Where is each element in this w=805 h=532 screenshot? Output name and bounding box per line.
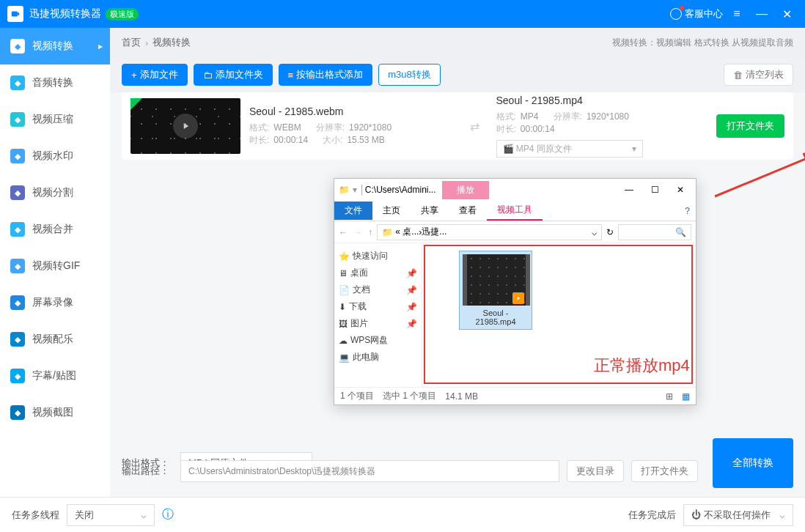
clear-list-button[interactable]: 🗑清空列表 (724, 64, 793, 86)
after-label: 任务完成后 (628, 509, 676, 522)
tree-item[interactable]: 🖥桌面📌 (339, 265, 417, 281)
file-item[interactable]: Seoul - 21985.mp4 (459, 251, 532, 330)
chevron-down-icon: ▾ (632, 144, 636, 154)
explorer-play-tab[interactable]: 播放 (442, 181, 489, 199)
up-button[interactable]: ↑ (368, 227, 372, 237)
convert-all-button[interactable]: 全部转换 (713, 438, 793, 488)
explorer-statusbar: 1 个项目 选中 1 个项目 14.1 MB ⊞ ▦ (334, 387, 696, 404)
refresh-button[interactable]: ↻ (606, 227, 614, 237)
open-folder-button[interactable]: 打开文件夹 (716, 114, 784, 138)
change-dir-button[interactable]: 更改目录 (567, 460, 624, 482)
nav-icon: ◆ (10, 185, 25, 200)
nav-icon: ◆ (10, 112, 25, 127)
sidebar: ◆视频转换◆音频转换◆视频压缩◆视频水印◆视频分割◆视频合并◆视频转GIF◆屏幕… (0, 28, 110, 497)
power-icon: ⏻ (691, 509, 701, 520)
sidebar-item-4[interactable]: ◆视频分割 (0, 174, 110, 211)
back-button[interactable]: ← (339, 227, 348, 237)
breadcrumb-home[interactable]: 首页 (122, 36, 141, 49)
tree-icon: 🖼 (339, 319, 348, 329)
tree-icon: 🖥 (339, 268, 348, 278)
svg-rect-0 (12, 12, 18, 17)
file-thumbnail (463, 254, 530, 306)
main-panel: 首页 › 视频转换 视频转换：视频编辑 格式转换 从视频提取音频 +添加文件 🗀… (110, 28, 805, 497)
app-title: 迅捷视频转换器 (29, 7, 101, 21)
video-icon: 🎬 (503, 144, 514, 154)
output-path-label: 输出路径： (122, 465, 173, 478)
plus-icon: + (131, 70, 137, 81)
output-format-dropdown[interactable]: 🎬 MP4 同原文件▾ (496, 140, 643, 158)
after-select[interactable]: ⏻ 不采取任何操作⌵ (683, 504, 793, 526)
m3u8-button[interactable]: m3u8转换 (378, 64, 441, 86)
sidebar-item-9[interactable]: ◆字幕/贴图 (0, 358, 110, 394)
tab-file[interactable]: 文件 (334, 202, 372, 220)
tree-icon: 💻 (339, 352, 350, 363)
explorer-minimize[interactable]: — (625, 185, 633, 195)
explorer-tree: ⭐快速访问🖥桌面📌📄文档📌⬇下载📌🖼图片📌☁WPS网盘💻此电脑 (334, 243, 422, 387)
video-thumbnail[interactable] (131, 98, 240, 154)
tree-item[interactable]: 💻此电脑 (339, 349, 417, 366)
output-settings: 输出格式： MP4 同原文件⌵ 全部转换 输出路径： C:\Users\Admi… (110, 431, 805, 497)
explorer-ribbon-tabs: 文件 主页 共享 查看 视频工具 ? (334, 201, 696, 221)
swap-icon[interactable]: ⇄ (470, 119, 488, 133)
tab-home[interactable]: 主页 (372, 202, 411, 220)
nav-icon: ◆ (10, 39, 25, 53)
explorer-titlebar: 📁 ▾ │ C:\Users\Admini... 播放 — ☐ ✕ (334, 179, 696, 201)
annotation-text: 正常播放mp4 (594, 355, 690, 377)
view-details-icon[interactable]: ⊞ (666, 391, 673, 402)
play-icon (512, 292, 524, 304)
tree-item[interactable]: 🖼图片📌 (339, 315, 417, 332)
menu-button[interactable]: ≡ (726, 3, 748, 25)
app-logo (7, 6, 23, 22)
info-icon[interactable]: ⓘ (162, 507, 174, 522)
help-icon[interactable]: ? (679, 206, 696, 216)
sidebar-item-5[interactable]: ◆视频合并 (0, 211, 110, 248)
customer-service[interactable]: 客服中心 (670, 7, 723, 21)
sidebar-item-8[interactable]: ◆视频配乐 (0, 321, 110, 358)
address-input[interactable]: 📁 « 桌... › 迅捷... ⌵ (377, 224, 602, 240)
tree-item[interactable]: ⬇下载📌 (339, 298, 417, 315)
nav-icon: ◆ (10, 332, 25, 347)
tab-share[interactable]: 共享 (411, 202, 449, 220)
nav-icon: ◆ (10, 222, 25, 237)
output-path-input[interactable]: C:\Users\Administrator\Desktop\迅捷视频转换器 (180, 460, 559, 482)
forward-button[interactable]: → (353, 227, 362, 237)
breadcrumb-current: 视频转换 (152, 36, 191, 49)
tab-view[interactable]: 查看 (449, 202, 487, 220)
tree-item[interactable]: ☁WPS网盘 (339, 332, 417, 349)
tree-icon: ⬇ (339, 302, 346, 312)
add-file-button[interactable]: +添加文件 (122, 64, 188, 86)
open-output-folder-button[interactable]: 打开文件夹 (631, 460, 698, 482)
sidebar-item-1[interactable]: ◆音频转换 (0, 64, 110, 101)
view-large-icon[interactable]: ▦ (682, 391, 690, 402)
explorer-path: C:\Users\Admini... (365, 185, 436, 195)
sidebar-item-7[interactable]: ◆屏幕录像 (0, 284, 110, 321)
minimize-button[interactable]: — (751, 3, 773, 25)
edition-badge: 极速版 (106, 8, 139, 21)
sidebar-item-6[interactable]: ◆视频转GIF (0, 248, 110, 284)
chat-icon (670, 8, 682, 20)
folder-icon: 🗀 (203, 70, 213, 81)
tab-video-tools[interactable]: 视频工具 (487, 201, 543, 221)
target-info: Seoul - 21985.mp4 格式:MP4 分辨率:1920*1080 时… (496, 95, 708, 158)
sidebar-item-0[interactable]: ◆视频转换 (0, 28, 110, 64)
thread-label: 任务多线程 (12, 509, 59, 522)
thread-select[interactable]: 关闭⌵ (67, 504, 155, 526)
titlebar: 迅捷视频转换器 极速版 客服中心 ≡ — ✕ (0, 0, 805, 28)
file-name-label: Seoul - 21985.mp4 (463, 309, 529, 326)
add-folder-button[interactable]: 🗀添加文件夹 (194, 64, 273, 86)
explorer-maximize[interactable]: ☐ (651, 185, 659, 195)
sidebar-item-3[interactable]: ◆视频水印 (0, 138, 110, 174)
sidebar-item-2[interactable]: ◆视频压缩 (0, 101, 110, 138)
nav-icon: ◆ (10, 259, 25, 273)
tree-item[interactable]: ⭐快速访问 (339, 248, 417, 265)
statusbar: 任务多线程 关闭⌵ ⓘ 任务完成后 ⏻ 不采取任何操作⌵ (0, 497, 805, 532)
close-button[interactable]: ✕ (776, 3, 798, 25)
tree-icon: ☁ (339, 336, 348, 346)
add-by-format-button[interactable]: ≡按输出格式添加 (279, 64, 373, 86)
folder-icon: 📁 (339, 185, 350, 195)
sidebar-item-10[interactable]: ◆视频截图 (0, 394, 110, 431)
list-icon: ≡ (288, 70, 294, 81)
explorer-search[interactable]: 🔍 (618, 224, 691, 240)
explorer-close[interactable]: ✕ (677, 185, 684, 195)
tree-item[interactable]: 📄文档📌 (339, 281, 417, 298)
